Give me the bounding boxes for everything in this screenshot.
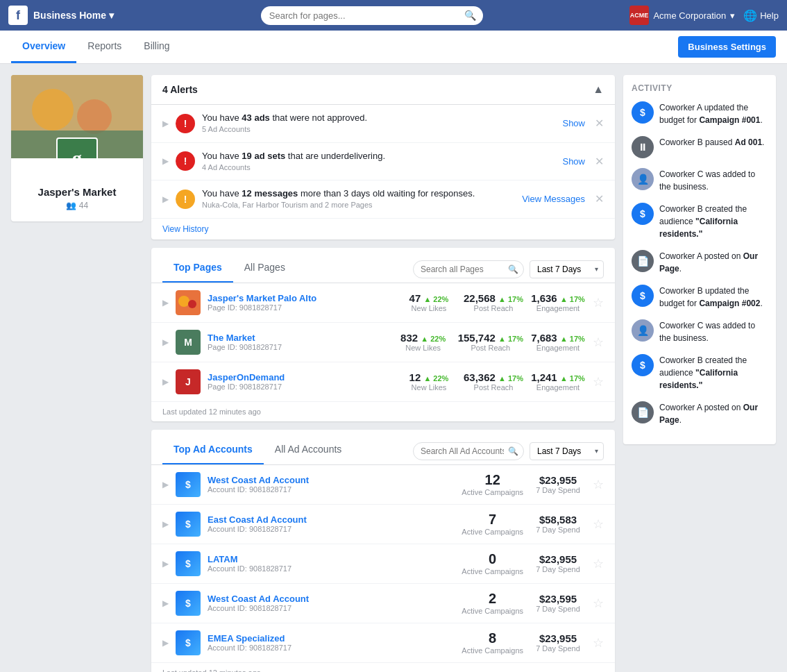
ad-accounts-search-wrap: 🔍 xyxy=(413,442,524,460)
page-name-1[interactable]: Jasper's Market Palo Alto xyxy=(208,293,394,303)
page-star-3[interactable]: ☆ xyxy=(593,374,604,389)
ad-account-star-2[interactable]: ☆ xyxy=(593,516,604,532)
tab-all-ad-accounts[interactable]: All Ad Accounts xyxy=(264,438,353,464)
ad-account-id-1: Account ID: 9081828717 xyxy=(208,485,455,494)
left-panel: g Jasper's Market 👥 44 xyxy=(11,75,143,672)
alerts-title: 4 Alerts xyxy=(162,84,198,95)
search-bar: 🔍 xyxy=(261,6,483,25)
page-engagement-2: 7,683 ▲ 17% Engagement xyxy=(530,332,586,352)
page-name-3[interactable]: JasperOnDemand xyxy=(208,372,394,383)
tab-top-ad-accounts[interactable]: Top Ad Accounts xyxy=(162,438,264,464)
search-icon: 🔍 xyxy=(464,10,476,21)
page-name-2[interactable]: The Market xyxy=(208,333,389,343)
alert-error-icon: ! xyxy=(176,151,195,171)
ad-account-name-1[interactable]: West Coast Ad Account xyxy=(208,475,455,485)
activity-avatar-3: 👤 xyxy=(632,168,654,190)
page-reach-1: 22,568 ▲ 17% Post Reach xyxy=(464,292,523,312)
dropdown-chevron-icon: ▾ xyxy=(109,10,114,21)
activity-item: 👤 Coworker C was added to the business. xyxy=(632,168,768,193)
activity-avatar-7: 👤 xyxy=(632,319,654,342)
alert-sub-1: 5 Ad Accounts xyxy=(202,124,550,135)
activity-text-7: Coworker C was added to the business. xyxy=(659,319,768,344)
ad-accounts-date-filter-wrap: Last 7 Days Last 14 Days Last 30 Days ▾ xyxy=(530,442,604,460)
tab-reports[interactable]: Reports xyxy=(76,31,133,63)
ad-account-star-5[interactable]: ☆ xyxy=(593,635,604,650)
activity-item: $ Coworker A updated the budget for Camp… xyxy=(632,101,768,126)
alert-bold-2: 19 ad sets xyxy=(242,151,285,161)
ad-account-campaigns-3: 0 Active Campaigns xyxy=(462,551,523,576)
row-expand-icon[interactable]: ▶ xyxy=(162,337,169,347)
alert-bold-3: 12 messages xyxy=(242,188,298,199)
ad-account-star-3[interactable]: ☆ xyxy=(593,556,604,571)
pages-date-filter-wrap: Last 7 Days Last 14 Days Last 30 Days ▾ xyxy=(530,260,604,278)
alert-text-1: You have 43 ads that were not approved. … xyxy=(202,112,550,135)
page-id-1: Page ID: 9081828717 xyxy=(208,303,394,312)
account-button[interactable]: ACME Acme Corporation ▾ xyxy=(629,6,735,25)
activity-item: 👤 Coworker C was added to the business. xyxy=(632,319,768,344)
activity-item: 📄 Coworker A posted on Our Page. xyxy=(632,401,768,426)
activity-text-5: Coworker A posted on Our Page. xyxy=(659,250,768,275)
activity-avatar-1: $ xyxy=(632,101,654,124)
alerts-collapse-button[interactable]: ▲ xyxy=(593,83,604,96)
page-likes-1: 47 ▲ 22% New Likes xyxy=(401,292,457,312)
ad-account-campaigns-4: 2 Active Campaigns xyxy=(462,591,523,615)
alert-error-icon: ! xyxy=(176,114,195,133)
alert-close-button-1[interactable]: ✕ xyxy=(595,117,604,130)
row-expand-icon[interactable]: ▶ xyxy=(162,480,169,489)
business-home-button[interactable]: Business Home ▾ xyxy=(33,10,114,21)
pages-search-wrap: 🔍 xyxy=(413,260,524,278)
ad-accounts-date-select[interactable]: Last 7 Days Last 14 Days Last 30 Days xyxy=(530,442,604,460)
alert-expand-icon[interactable]: ▶ xyxy=(162,156,169,166)
ad-account-id-3: Account ID: 9081828717 xyxy=(208,564,455,573)
activity-avatar-4: $ xyxy=(632,203,654,225)
ad-account-info-5: EMEA Specialized Account ID: 9081828717 xyxy=(208,633,455,652)
page-likes-2: 832 ▲ 22% New Likes xyxy=(396,332,451,352)
table-row: ▶ $ East Coast Ad Account Account ID: 90… xyxy=(151,505,615,544)
tab-top-pages[interactable]: Top Pages xyxy=(162,256,233,283)
row-expand-icon[interactable]: ▶ xyxy=(162,559,169,569)
pages-date-select[interactable]: Last 7 Days Last 14 Days Last 30 Days xyxy=(530,260,604,278)
business-settings-button[interactable]: Business Settings xyxy=(678,36,776,58)
activity-text-6: Coworker B updated the budget for Campai… xyxy=(659,285,768,310)
ad-account-name-4[interactable]: West Coast Ad Account xyxy=(208,594,455,604)
ad-account-name-5[interactable]: EMEA Specialized xyxy=(208,633,455,644)
ad-account-star-4[interactable]: ☆ xyxy=(593,596,604,611)
help-label: Help xyxy=(760,10,779,21)
ad-accounts-search-input[interactable] xyxy=(413,442,524,460)
row-expand-icon[interactable]: ▶ xyxy=(162,377,169,387)
profile-name: Jasper's Market xyxy=(19,186,135,198)
alerts-header: 4 Alerts ▲ xyxy=(151,75,615,105)
activity-text-1: Coworker A updated the budget for Campai… xyxy=(659,101,768,126)
table-row: ▶ $ EMEA Specialized Account ID: 9081828… xyxy=(151,623,615,663)
alert-expand-icon[interactable]: ▶ xyxy=(162,119,169,128)
page-id-3: Page ID: 9081828717 xyxy=(208,383,394,391)
row-expand-icon[interactable]: ▶ xyxy=(162,298,169,308)
tab-overview[interactable]: Overview xyxy=(11,31,76,63)
tab-all-pages[interactable]: All Pages xyxy=(233,256,296,283)
pages-search-input[interactable] xyxy=(413,260,524,278)
row-expand-icon[interactable]: ▶ xyxy=(162,638,169,648)
profile-followers: 👥 44 xyxy=(19,201,135,210)
page-star-1[interactable]: ☆ xyxy=(593,295,604,310)
help-button[interactable]: 🌐 Help xyxy=(743,9,779,22)
alert-view-messages-button[interactable]: View Messages xyxy=(522,194,585,204)
acme-logo: ACME xyxy=(629,6,649,25)
alert-close-button-2[interactable]: ✕ xyxy=(595,155,604,168)
ad-account-name-2[interactable]: East Coast Ad Account xyxy=(208,514,455,525)
profile-logo: g xyxy=(56,137,98,158)
search-input[interactable] xyxy=(261,6,483,25)
ad-account-star-1[interactable]: ☆ xyxy=(593,477,604,492)
row-expand-icon[interactable]: ▶ xyxy=(162,519,169,529)
table-row: ▶ $ LATAM Account ID: 9081828717 0 Activ… xyxy=(151,544,615,584)
page-star-2[interactable]: ☆ xyxy=(593,335,604,350)
ad-account-name-3[interactable]: LATAM xyxy=(208,554,455,564)
alert-show-button-2[interactable]: Show xyxy=(562,156,585,167)
alert-show-button-1[interactable]: Show xyxy=(562,118,585,128)
row-expand-icon[interactable]: ▶ xyxy=(162,598,169,608)
alert-expand-icon[interactable]: ▶ xyxy=(162,194,169,204)
alert-item: ▶ ! You have 12 messages more than 3 day… xyxy=(151,180,615,219)
activity-avatar-6: $ xyxy=(632,285,654,307)
view-history-link[interactable]: View History xyxy=(151,219,615,240)
tab-billing[interactable]: Billing xyxy=(133,31,180,63)
alert-close-button-3[interactable]: ✕ xyxy=(595,192,604,205)
